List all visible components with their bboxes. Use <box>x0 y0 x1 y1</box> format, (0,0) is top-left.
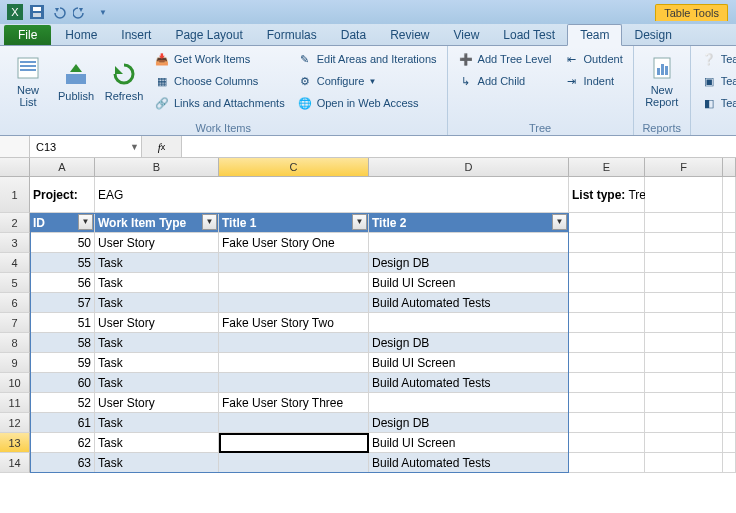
col-header[interactable]: E <box>569 158 645 176</box>
undo-button[interactable] <box>48 2 70 22</box>
open-web-button[interactable]: 🌐Open in Web Access <box>293 92 441 114</box>
formula-input[interactable] <box>182 136 736 157</box>
row-header[interactable]: 3 <box>0 233 30 253</box>
cell-title2[interactable]: Build UI Screen <box>369 433 569 453</box>
filter-dropdown[interactable]: ▼ <box>202 214 217 230</box>
cell-id[interactable]: 50 <box>30 233 95 253</box>
cell-wit[interactable]: Task <box>95 373 219 393</box>
cell-wit[interactable]: Task <box>95 253 219 273</box>
new-report-button[interactable]: New Report <box>640 48 684 114</box>
team-foundation-button[interactable]: ❔Team Fo <box>697 48 736 70</box>
edit-areas-button[interactable]: ✎Edit Areas and Iterations <box>293 48 441 70</box>
cell-id[interactable]: 60 <box>30 373 95 393</box>
cell-title2[interactable] <box>369 393 569 413</box>
cell-title2[interactable]: Build Automated Tests <box>369 373 569 393</box>
header-wit[interactable]: Work Item Type▼ <box>95 213 219 233</box>
refresh-button[interactable]: Refresh <box>102 48 146 114</box>
row-header[interactable]: 9 <box>0 353 30 373</box>
cell-wit[interactable]: Task <box>95 413 219 433</box>
configure-button[interactable]: ⚙Configure ▼ <box>293 70 441 92</box>
cell-title1[interactable] <box>219 333 369 353</box>
cell-id[interactable]: 59 <box>30 353 95 373</box>
context-tab-table-tools[interactable]: Table Tools <box>655 4 728 21</box>
col-header[interactable] <box>723 158 736 176</box>
cell-title1[interactable] <box>219 413 369 433</box>
fx-button[interactable]: fx <box>142 136 182 157</box>
cell-title1[interactable] <box>219 273 369 293</box>
cell-wit[interactable]: Task <box>95 353 219 373</box>
cell-title2[interactable]: Design DB <box>369 413 569 433</box>
col-header[interactable]: C <box>219 158 369 176</box>
cell-title2[interactable]: Build UI Screen <box>369 273 569 293</box>
cell-wit[interactable]: Task <box>95 333 219 353</box>
cell-title2[interactable]: Build Automated Tests <box>369 293 569 313</box>
cell-wit[interactable]: Task <box>95 293 219 313</box>
tab-load-test[interactable]: Load Test <box>491 25 567 45</box>
cell-title1[interactable] <box>219 433 369 453</box>
row-header[interactable]: 4 <box>0 253 30 273</box>
cell-title1[interactable] <box>219 353 369 373</box>
cell-id[interactable]: 58 <box>30 333 95 353</box>
row-header[interactable]: 1 <box>0 177 30 213</box>
cell-title2[interactable] <box>369 313 569 333</box>
cell-id[interactable]: 51 <box>30 313 95 333</box>
cell-title1[interactable] <box>219 293 369 313</box>
cell-title2[interactable]: Build Automated Tests <box>369 453 569 473</box>
cell-title1[interactable]: Fake User Story One <box>219 233 369 253</box>
qat-customize[interactable]: ▼ <box>92 2 114 22</box>
cell-wit[interactable]: Task <box>95 453 219 473</box>
row-header[interactable]: 14 <box>0 453 30 473</box>
cell-wit[interactable]: User Story <box>95 313 219 333</box>
row-header[interactable]: 11 <box>0 393 30 413</box>
cell-id[interactable]: 52 <box>30 393 95 413</box>
select-all-corner[interactable] <box>0 158 30 176</box>
choose-columns-button[interactable]: ▦Choose Columns <box>150 70 289 92</box>
cell-title2[interactable] <box>369 233 569 253</box>
tab-insert[interactable]: Insert <box>109 25 163 45</box>
tab-review[interactable]: Review <box>378 25 441 45</box>
cell-title1[interactable] <box>219 453 369 473</box>
cell-wit[interactable]: Task <box>95 273 219 293</box>
row-header[interactable]: 12 <box>0 413 30 433</box>
row-header[interactable]: 6 <box>0 293 30 313</box>
publish-button[interactable]: Publish <box>54 48 98 114</box>
tab-formulas[interactable]: Formulas <box>255 25 329 45</box>
cell-wit[interactable]: User Story <box>95 393 219 413</box>
col-header[interactable]: F <box>645 158 723 176</box>
cell-title1[interactable] <box>219 253 369 273</box>
team-project-button-2[interactable]: ◧Team Pr <box>697 92 736 114</box>
tab-file[interactable]: File <box>4 25 51 45</box>
header-title2[interactable]: Title 2▼ <box>369 213 569 233</box>
team-project-button-1[interactable]: ▣Team Pr <box>697 70 736 92</box>
tab-home[interactable]: Home <box>53 25 109 45</box>
cell-id[interactable]: 63 <box>30 453 95 473</box>
tab-view[interactable]: View <box>442 25 492 45</box>
add-tree-level-button[interactable]: ➕Add Tree Level <box>454 48 556 70</box>
name-box[interactable]: C13▼ <box>30 136 142 157</box>
spreadsheet-grid[interactable]: A B C D E F 1234567891011121314 Project:… <box>0 158 736 473</box>
row-header[interactable]: 7 <box>0 313 30 333</box>
cell-title2[interactable]: Design DB <box>369 253 569 273</box>
cell-title1[interactable]: Fake User Story Two <box>219 313 369 333</box>
save-button[interactable] <box>26 2 48 22</box>
row-header[interactable]: 5 <box>0 273 30 293</box>
header-id[interactable]: ID▼ <box>30 213 95 233</box>
cell-wit[interactable]: Task <box>95 433 219 453</box>
cell-id[interactable]: 61 <box>30 413 95 433</box>
add-child-button[interactable]: ↳Add Child <box>454 70 556 92</box>
cell-title2[interactable]: Build UI Screen <box>369 353 569 373</box>
filter-dropdown[interactable]: ▼ <box>552 214 567 230</box>
cell-id[interactable]: 62 <box>30 433 95 453</box>
links-attachments-button[interactable]: 🔗Links and Attachments <box>150 92 289 114</box>
row-header[interactable]: 8 <box>0 333 30 353</box>
new-list-button[interactable]: New List <box>6 48 50 114</box>
row-header[interactable]: 10 <box>0 373 30 393</box>
outdent-button[interactable]: ⇤Outdent <box>560 48 627 70</box>
tab-team[interactable]: Team <box>567 24 622 46</box>
col-header[interactable]: B <box>95 158 219 176</box>
filter-dropdown[interactable]: ▼ <box>78 214 93 230</box>
header-title1[interactable]: Title 1▼ <box>219 213 369 233</box>
row-header[interactable]: 2 <box>0 213 30 233</box>
col-header[interactable]: D <box>369 158 569 176</box>
cell-title1[interactable] <box>219 373 369 393</box>
